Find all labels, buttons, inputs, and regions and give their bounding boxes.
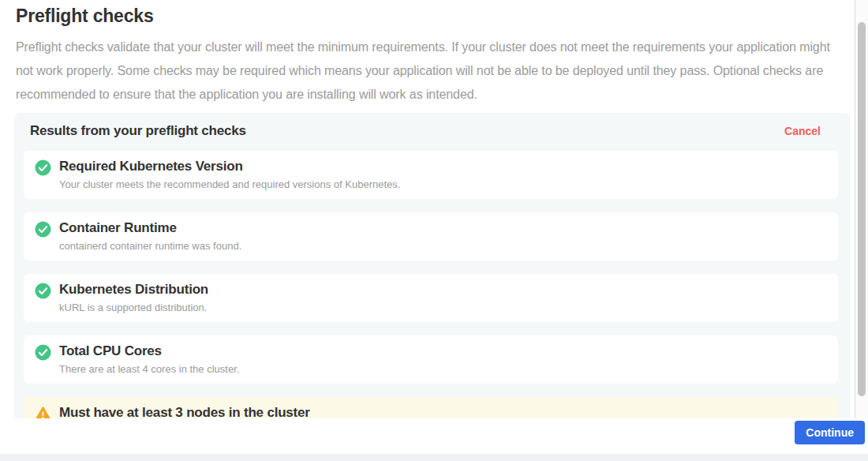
check-title: Must have at least 3 nodes in the cluste… [59,405,310,418]
scrollbar[interactable] [855,0,868,419]
footer: Continue [0,418,868,454]
check-text: Required Kubernetes Version Your cluster… [59,159,400,191]
check-text: Container Runtime containerd container r… [59,220,241,253]
continue-button[interactable]: Continue [795,421,865,444]
check-message: kURL is a supported distribution. [59,302,208,314]
check-card-node-count: Must have at least 3 nodes in the cluste… [24,397,838,418]
results-panel: Results from your preflight checks Cance… [14,113,851,418]
check-title: Total CPU Cores [59,343,239,359]
cancel-link[interactable]: Cancel [784,125,821,137]
page-title: Preflight checks [16,6,868,27]
check-circle-icon [35,344,51,361]
check-text: Must have at least 3 nodes in the cluste… [59,405,310,418]
check-card-container-runtime: Container Runtime containerd container r… [24,212,838,260]
check-message: Your cluster meets the recommended and r… [59,178,400,191]
check-card-kubernetes-distribution: Kubernetes Distribution kURL is a suppor… [24,274,838,322]
check-message: containerd container runtime was found. [59,240,241,253]
check-title: Container Runtime [59,220,241,236]
check-title: Required Kubernetes Version [59,159,400,174]
check-card-kubernetes-version: Required Kubernetes Version Your cluster… [24,151,838,199]
check-title: Kubernetes Distribution [59,282,208,298]
check-text: Total CPU Cores There are at least 4 cor… [59,343,239,376]
check-circle-icon [35,283,51,299]
check-text: Kubernetes Distribution kURL is a suppor… [59,282,208,314]
page-description: Preflight checks validate that your clus… [16,36,846,107]
page-content: Preflight checks Preflight checks valida… [0,0,868,107]
warning-triangle-icon [35,406,51,418]
results-panel-title: Results from your preflight checks [30,123,246,139]
scrollbar-thumb[interactable] [858,22,866,396]
check-message: There are at least 4 cores in the cluste… [59,363,239,376]
check-card-cpu-cores: Total CPU Cores There are at least 4 cor… [24,335,838,384]
check-circle-icon [35,159,51,176]
results-panel-header: Results from your preflight checks Cance… [24,123,838,139]
bottom-strip [0,454,868,461]
check-circle-icon [35,221,51,238]
